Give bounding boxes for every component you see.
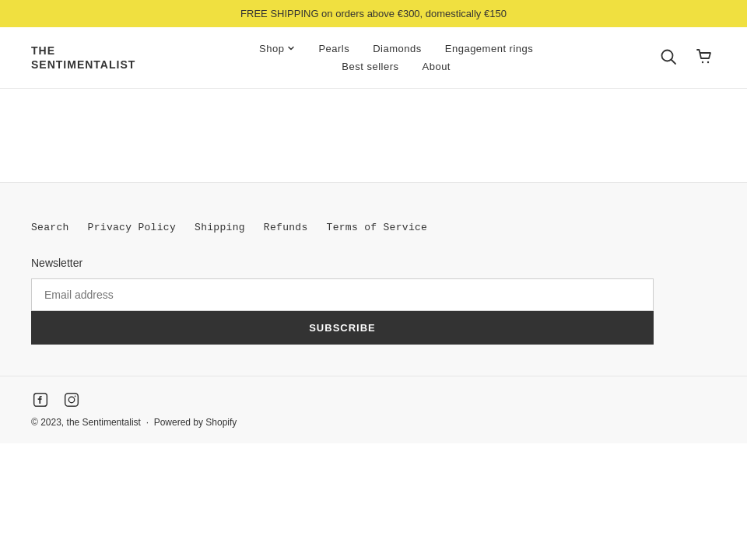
main-nav: Shop Pearls Diamonds Engagement rings Be… xyxy=(259,43,533,72)
instagram-icon xyxy=(64,392,79,411)
nav-about[interactable]: About xyxy=(423,61,451,72)
newsletter-form: SUBSCRIBE xyxy=(31,278,654,345)
footer-link-terms-of-service[interactable]: Terms of Service xyxy=(327,222,428,233)
search-button[interactable] xyxy=(657,45,680,71)
footer-nav: Search Privacy Policy Shipping Refunds T… xyxy=(31,222,716,233)
nav-shop[interactable]: Shop xyxy=(259,43,295,54)
nav-pearls[interactable]: Pearls xyxy=(318,43,349,54)
main-content xyxy=(0,89,747,182)
header-actions xyxy=(657,45,716,71)
footer-link-refunds[interactable]: Refunds xyxy=(264,222,308,233)
svg-point-5 xyxy=(68,397,75,403)
footer-top: Search Privacy Policy Shipping Refunds T… xyxy=(0,182,747,376)
nav-row-2: Best sellers About xyxy=(342,61,451,72)
nav-engagement-rings[interactable]: Engagement rings xyxy=(445,43,534,54)
newsletter-section: Newsletter SUBSCRIBE xyxy=(31,257,716,345)
facebook-icon xyxy=(33,392,48,411)
site-footer: Search Privacy Policy Shipping Refunds T… xyxy=(0,182,747,443)
cart-button[interactable] xyxy=(693,45,716,71)
facebook-link[interactable] xyxy=(31,392,50,411)
powered-by-link[interactable]: Powered by Shopify xyxy=(154,417,237,428)
footer-bottom: © 2023, the Sentimentalist · Powered by … xyxy=(0,376,747,443)
nav-best-sellers[interactable]: Best sellers xyxy=(342,61,398,72)
footer-bottom-inner: © 2023, the Sentimentalist · Powered by … xyxy=(31,392,237,428)
subscribe-button[interactable]: SUBSCRIBE xyxy=(31,311,654,345)
footer-link-privacy-policy[interactable]: Privacy Policy xyxy=(88,222,176,233)
site-header: THE SENTIMENTALIST Shop Pearls Diamonds … xyxy=(0,27,747,89)
nav-row-1: Shop Pearls Diamonds Engagement rings xyxy=(259,43,533,54)
copyright: © 2023, the Sentimentalist · Powered by … xyxy=(31,417,237,428)
svg-rect-4 xyxy=(65,394,79,407)
svg-point-6 xyxy=(75,396,76,397)
cart-icon xyxy=(696,48,713,68)
footer-link-search[interactable]: Search xyxy=(31,222,69,233)
search-icon xyxy=(660,48,677,68)
nav-diamonds[interactable]: Diamonds xyxy=(373,43,422,54)
instagram-link[interactable] xyxy=(62,392,81,411)
chevron-down-icon xyxy=(287,43,295,54)
shop-name-link[interactable]: the Sentimentalist xyxy=(67,417,144,428)
footer-link-shipping[interactable]: Shipping xyxy=(195,222,245,233)
newsletter-label: Newsletter xyxy=(31,257,716,269)
svg-point-2 xyxy=(707,61,709,62)
announcement-text: FREE SHIPPING on orders above €300, dome… xyxy=(240,8,507,19)
announcement-bar: FREE SHIPPING on orders above €300, dome… xyxy=(0,0,747,27)
email-input[interactable] xyxy=(31,278,654,311)
site-logo[interactable]: THE SENTIMENTALIST xyxy=(31,44,135,72)
svg-point-1 xyxy=(702,61,703,62)
social-icons xyxy=(31,392,237,411)
